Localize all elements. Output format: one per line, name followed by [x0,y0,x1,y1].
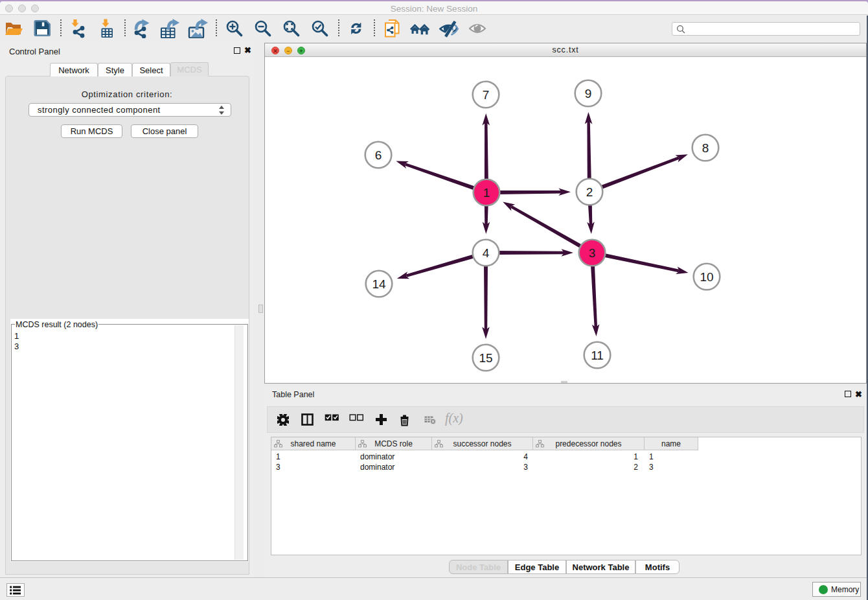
svg-text:14: 14 [372,277,386,291]
svg-text:15: 15 [479,351,492,365]
svg-text:6: 6 [375,148,382,162]
svg-text:2: 2 [586,185,593,199]
svg-text:9: 9 [585,87,592,100]
svg-text:7: 7 [483,88,490,102]
svg-text:10: 10 [700,270,713,284]
svg-text:3: 3 [589,246,596,260]
svg-text:1: 1 [483,186,490,200]
svg-text:8: 8 [702,141,709,155]
svg-text:4: 4 [483,246,490,260]
svg-text:11: 11 [591,349,604,362]
